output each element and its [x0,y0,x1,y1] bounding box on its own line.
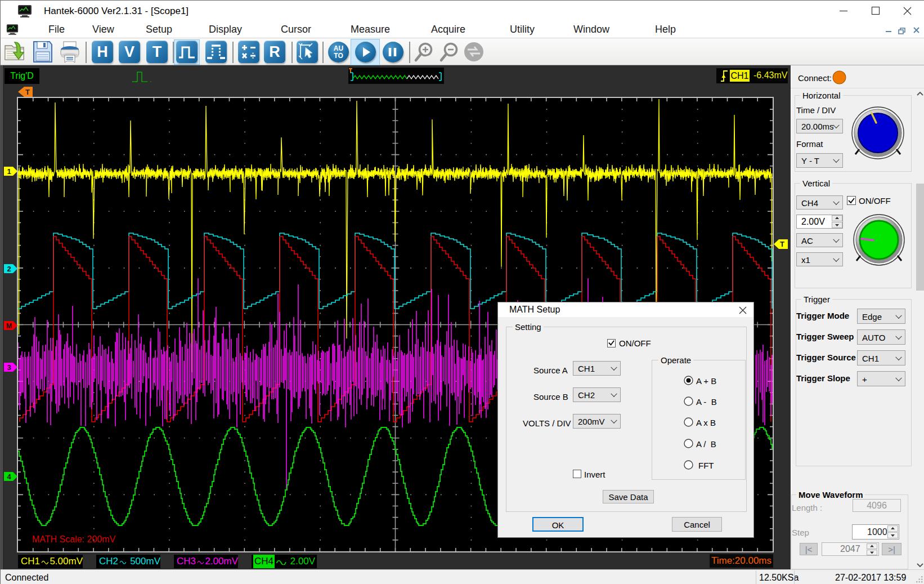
svg-text:2: 2 [7,265,11,273]
svg-text:T: T [780,240,784,248]
svg-text:4: 4 [7,472,11,481]
svg-text:M: M [6,322,12,330]
svg-text:1: 1 [7,167,11,176]
svg-text:3: 3 [7,363,11,372]
svg-text:T: T [25,88,30,96]
svg-text:MATH Scale: 200mV: MATH Scale: 200mV [32,534,116,544]
